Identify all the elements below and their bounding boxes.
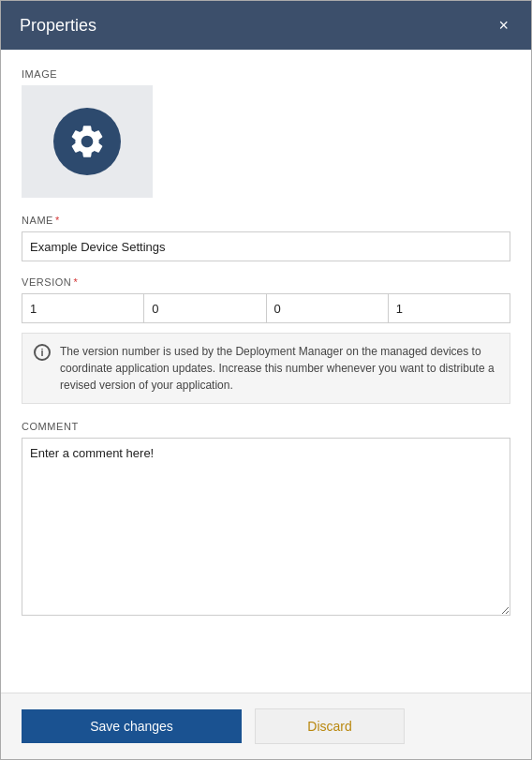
version-field-2[interactable] <box>143 293 265 323</box>
version-field-1[interactable] <box>22 293 143 323</box>
version-field-3[interactable] <box>266 293 388 323</box>
info-icon: i <box>34 344 51 361</box>
gear-icon <box>67 122 107 161</box>
version-required-star: * <box>73 276 78 288</box>
properties-dialog: Properties × IMAGE NAME* <box>0 0 532 760</box>
name-section: NAME* <box>22 215 510 261</box>
discard-button[interactable]: Discard <box>255 708 405 744</box>
version-label: VERSION* <box>22 276 510 288</box>
info-text: The version number is used by the Deploy… <box>60 343 498 394</box>
image-section: IMAGE <box>22 68 510 198</box>
image-box <box>22 85 153 198</box>
dialog-header: Properties × <box>1 1 531 50</box>
app-icon <box>53 108 121 175</box>
dialog-title: Properties <box>20 16 96 36</box>
comment-input[interactable]: Enter a comment here! <box>22 438 510 616</box>
name-required-star: * <box>55 215 60 226</box>
version-fields <box>22 293 510 323</box>
version-section: VERSION* <box>22 276 510 323</box>
name-label: NAME* <box>22 215 510 226</box>
comment-section: COMMENT Enter a comment here! <box>22 421 510 674</box>
close-button[interactable]: × <box>495 15 512 36</box>
comment-label: COMMENT <box>22 421 510 432</box>
image-label: IMAGE <box>22 68 510 80</box>
version-info-box: i The version number is used by the Depl… <box>22 333 510 404</box>
dialog-footer: Save changes Discard <box>1 693 531 759</box>
version-field-4[interactable] <box>388 293 510 323</box>
name-input[interactable] <box>22 231 510 261</box>
dialog-body: IMAGE NAME* VERSION* <box>1 50 531 693</box>
save-button[interactable]: Save changes <box>22 709 242 743</box>
